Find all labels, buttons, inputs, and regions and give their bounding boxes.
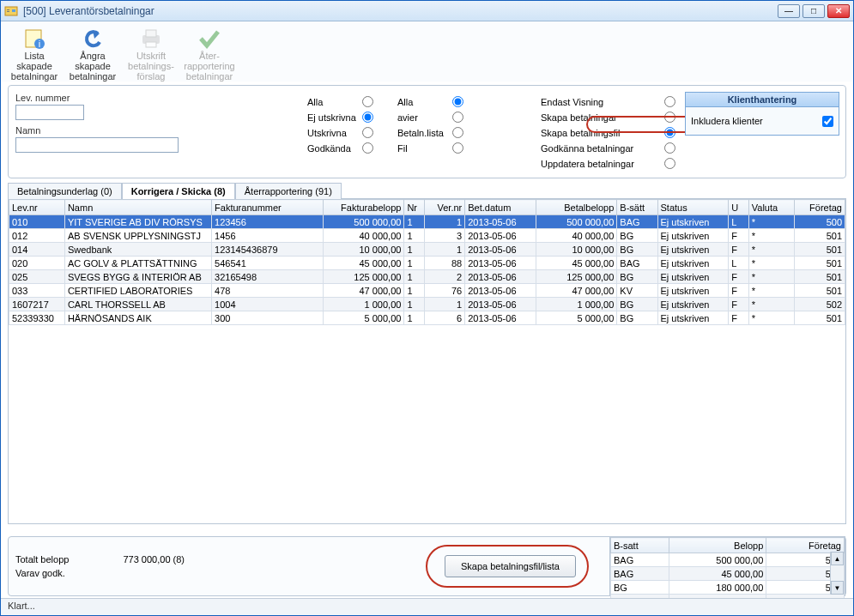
table-row[interactable]: 025SVEGS BYGG & INTERIÖR AB32165498125 0… bbox=[9, 270, 845, 284]
list-icon: i bbox=[21, 27, 48, 51]
table-row[interactable]: 014Swedbank12314543687910 000,00112013-0… bbox=[9, 243, 845, 257]
filter-g1-utskrivna[interactable] bbox=[362, 127, 373, 138]
col-foretag[interactable]: Företag bbox=[794, 200, 845, 215]
filter-g2-betalnlista[interactable] bbox=[452, 127, 463, 138]
svg-text:i: i bbox=[39, 39, 40, 49]
table-row[interactable]: 1607217CARL THORSSELL AB10041 000,001120… bbox=[9, 298, 845, 311]
varav-label: Varav godk. bbox=[15, 568, 65, 578]
svg-rect-2 bbox=[7, 11, 9, 12]
summary-row[interactable]: BAG500 000,00500 bbox=[611, 553, 845, 567]
col-namn[interactable]: Namn bbox=[64, 200, 211, 215]
inkludera-label: Inkludera klienter bbox=[691, 116, 817, 126]
svg-rect-9 bbox=[146, 42, 156, 47]
action-skapa-betalningsfil[interactable] bbox=[664, 127, 675, 138]
tab-korrigera-skicka[interactable]: Korrigera / Skicka (8) bbox=[122, 183, 235, 199]
sumcol-belopp[interactable]: Belopp bbox=[669, 538, 766, 553]
minimize-button[interactable]: — bbox=[778, 4, 800, 18]
table-row[interactable]: 033CERTIFIED LABORATORIES47847 000,00176… bbox=[9, 284, 845, 298]
total-label: Totalt belopp bbox=[15, 554, 69, 565]
svg-rect-1 bbox=[7, 9, 9, 10]
summary-row[interactable]: BG180 000,00501 bbox=[611, 581, 845, 595]
printer-icon bbox=[137, 27, 165, 51]
app-icon bbox=[4, 4, 18, 18]
statusbar: Klart... bbox=[1, 598, 853, 615]
col-nr[interactable]: Nr bbox=[404, 200, 425, 215]
sumcol-foretag[interactable]: Företag bbox=[766, 538, 845, 553]
col-betalbelopp[interactable]: Betalbelopp bbox=[536, 200, 616, 215]
scroll-down-icon[interactable]: ▼ bbox=[831, 581, 844, 595]
print-proposal-button: Utskrift betalnings- förslag bbox=[124, 25, 178, 78]
table-row[interactable]: 020AC GOLV & PLATTSÄTTNING54654145 000,0… bbox=[9, 257, 845, 270]
table-row[interactable]: 52339330HÄRNÖSANDS AIK3005 000,00162013-… bbox=[9, 311, 845, 325]
klient-title: Klienthantering bbox=[686, 93, 839, 107]
sumcol-bsatt[interactable]: B-satt bbox=[611, 538, 669, 553]
action-uppdatera-betalningar[interactable] bbox=[664, 158, 675, 169]
action-skapa-betalningar[interactable] bbox=[664, 112, 675, 123]
payments-table: Lev.nr Namn Fakturanummer Fakturabelopp … bbox=[8, 198, 846, 524]
action-endast-visning[interactable] bbox=[664, 96, 675, 107]
col-fakturabelopp[interactable]: Fakturabelopp bbox=[323, 200, 403, 215]
filter-g2-avier[interactable] bbox=[452, 112, 463, 123]
filter-g2-fil[interactable] bbox=[452, 142, 463, 154]
undo-icon bbox=[79, 27, 106, 51]
footer-panel: Totalt belopp 773 000,00 (8) Varav godk.… bbox=[8, 536, 846, 596]
list-payments-button[interactable]: i Lista skapade betalningar bbox=[8, 25, 61, 78]
col-u[interactable]: U bbox=[729, 200, 749, 215]
report-back-button: Åter- rapportering betalningar bbox=[183, 25, 236, 78]
toolbar: i Lista skapade betalningar Ångra skapad… bbox=[1, 21, 853, 82]
check-icon bbox=[196, 27, 223, 51]
filter-g1-ejutskrivna[interactable] bbox=[362, 112, 373, 123]
col-bsatt[interactable]: B-sätt bbox=[617, 200, 657, 215]
titlebar: [500] Leverantörsbetalningar — □ ✕ bbox=[1, 1, 853, 21]
filter-g1-alla[interactable] bbox=[362, 96, 373, 107]
tabbar: Betalningsunderlag (0) Korrigera / Skick… bbox=[8, 182, 846, 198]
levnr-input[interactable] bbox=[15, 105, 84, 120]
undo-payments-button[interactable]: Ångra skapade betalningar bbox=[66, 25, 119, 78]
svg-rect-3 bbox=[12, 9, 15, 12]
levnr-label: Lev. nummer bbox=[15, 93, 187, 103]
tab-betalningsunderlag[interactable]: Betalningsunderlag (0) bbox=[8, 183, 122, 199]
col-vernr[interactable]: Ver.nr bbox=[425, 200, 465, 215]
close-button[interactable]: ✕ bbox=[827, 4, 850, 18]
summary-table: B-satt Belopp Företag BAG500 000,00500BA… bbox=[609, 536, 845, 596]
namn-input[interactable] bbox=[15, 137, 179, 153]
table-row[interactable]: 010YIT SVERIGE AB DIV RÖRSYS123456500 00… bbox=[9, 215, 845, 229]
col-status[interactable]: Status bbox=[657, 200, 729, 215]
maximize-button[interactable]: □ bbox=[803, 4, 825, 18]
svg-rect-8 bbox=[146, 30, 156, 37]
filter-g1-godkanda[interactable] bbox=[362, 142, 373, 154]
col-betdatum[interactable]: Bet.datum bbox=[465, 200, 536, 215]
klient-panel: Klienthantering Inkludera klienter bbox=[685, 92, 839, 136]
skapa-betalningsfil-button[interactable]: Skapa betalningsfil/lista bbox=[445, 555, 576, 577]
summary-row[interactable]: BAG45 000,00501 bbox=[611, 567, 845, 581]
col-valuta[interactable]: Valuta bbox=[748, 200, 794, 215]
table-row[interactable]: 012AB SVENSK UPPLYSNINGSTJ145640 000,001… bbox=[9, 229, 845, 243]
summary-scrollbar[interactable]: ▲ ▼ bbox=[830, 552, 844, 595]
window-title: [500] Leverantörsbetalningar bbox=[23, 5, 154, 17]
namn-label: Namn bbox=[15, 125, 187, 136]
total-value: 773 000,00 (8) bbox=[123, 554, 185, 565]
action-godkanna-betalningar[interactable] bbox=[664, 142, 675, 154]
filter-g2-alla[interactable] bbox=[452, 96, 463, 107]
inkludera-checkbox[interactable] bbox=[822, 116, 833, 127]
scroll-up-icon[interactable]: ▲ bbox=[831, 552, 844, 565]
tab-aterrapportering[interactable]: Återrapportering (91) bbox=[235, 183, 342, 199]
col-levnr[interactable]: Lev.nr bbox=[9, 200, 65, 215]
col-fakturanummer[interactable]: Fakturanummer bbox=[212, 200, 324, 215]
